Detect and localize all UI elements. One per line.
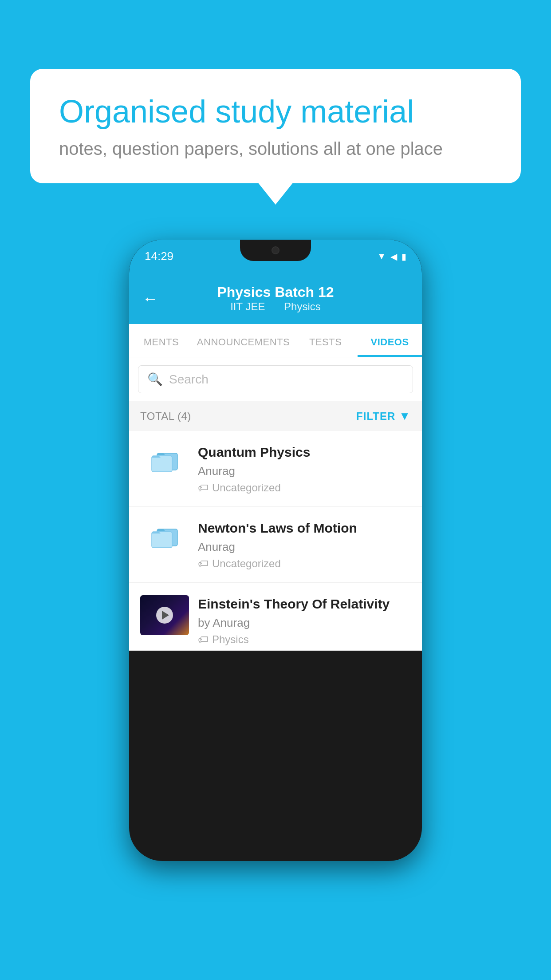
filter-label: FILTER (356, 410, 395, 423)
tag-icon-2: 🏷 (198, 557, 209, 570)
item-author-1: Anurag (198, 464, 411, 478)
item-info-1: Quantum Physics Anurag 🏷 Uncategorized (198, 443, 411, 494)
item-author-2: Anurag (198, 540, 411, 554)
svg-rect-3 (152, 532, 172, 548)
batch-title: Physics Batch 12 (217, 284, 334, 300)
search-placeholder-text: Search (169, 372, 209, 387)
bubble-subtitle: notes, question papers, solutions all at… (59, 139, 492, 159)
tag-label-2: Uncategorized (212, 557, 281, 570)
tab-videos[interactable]: VIDEOS (358, 324, 422, 357)
header-center: Physics Batch 12 IIT JEE Physics (217, 284, 334, 313)
tag-label-3: Physics (212, 633, 249, 646)
folder-icon (149, 522, 180, 549)
search-input-wrap[interactable]: 🔍 Search (138, 365, 413, 393)
item-title-1: Quantum Physics (198, 443, 411, 461)
item-author-3: by Anurag (198, 616, 411, 630)
svg-rect-1 (152, 456, 172, 472)
camera-dot (272, 246, 279, 254)
phone-frame: 14:29 ▼ ◀ ▮ ← Physics Batch 12 IIT JEE P… (129, 240, 422, 861)
filter-button[interactable]: FILTER ▼ (356, 409, 411, 423)
search-area: 🔍 Search (129, 357, 422, 401)
tab-announcements[interactable]: ANNOUNCEMENTS (193, 324, 293, 357)
tab-tests[interactable]: TESTS (293, 324, 358, 357)
wifi-icon: ▼ (377, 251, 386, 261)
batch-subtitle: IIT JEE Physics (217, 300, 334, 313)
subtitle-physics: Physics (284, 300, 321, 312)
item-title-3: Einstein's Theory Of Relativity (198, 595, 411, 612)
total-count: TOTAL (4) (140, 410, 191, 423)
list-item[interactable]: Quantum Physics Anurag 🏷 Uncategorized (129, 431, 422, 507)
back-button[interactable]: ← (142, 289, 158, 308)
filter-funnel-icon: ▼ (399, 409, 411, 423)
tag-label-1: Uncategorized (212, 482, 281, 494)
status-icons: ▼ ◀ ▮ (377, 251, 406, 262)
item-info-3: Einstein's Theory Of Relativity by Anura… (198, 595, 411, 646)
phone-wrapper: 14:29 ▼ ◀ ▮ ← Physics Batch 12 IIT JEE P… (129, 240, 422, 861)
speech-bubble: Organised study material notes, question… (30, 69, 521, 183)
folder-icon-wrap-1 (140, 443, 189, 473)
speech-bubble-section: Organised study material notes, question… (30, 69, 521, 183)
item-tag-3: 🏷 Physics (198, 633, 411, 646)
video-thumbnail-3 (140, 595, 189, 635)
play-button[interactable] (156, 607, 173, 624)
list-item[interactable]: Newton's Laws of Motion Anurag 🏷 Uncateg… (129, 507, 422, 583)
folder-icon-wrap-2 (140, 519, 189, 549)
tab-ments[interactable]: MENTS (129, 324, 193, 357)
tag-icon-3: 🏷 (198, 633, 209, 646)
status-time: 14:29 (145, 249, 173, 263)
tabs-bar: MENTS ANNOUNCEMENTS TESTS VIDEOS (129, 324, 422, 357)
app-header: ← Physics Batch 12 IIT JEE Physics (129, 273, 422, 324)
item-tag-2: 🏷 Uncategorized (198, 557, 411, 570)
tag-icon-1: 🏷 (198, 482, 209, 494)
folder-icon (149, 446, 180, 473)
item-tag-1: 🏷 Uncategorized (198, 482, 411, 494)
bubble-title: Organised study material (59, 93, 492, 130)
search-icon: 🔍 (147, 372, 163, 387)
battery-icon: ▮ (401, 251, 406, 262)
content-list: Quantum Physics Anurag 🏷 Uncategorized (129, 431, 422, 651)
filter-bar: TOTAL (4) FILTER ▼ (129, 401, 422, 431)
list-item[interactable]: Einstein's Theory Of Relativity by Anura… (129, 583, 422, 651)
play-triangle-icon (162, 611, 169, 620)
status-bar: 14:29 ▼ ◀ ▮ (129, 240, 422, 273)
item-info-2: Newton's Laws of Motion Anurag 🏷 Uncateg… (198, 519, 411, 570)
item-title-2: Newton's Laws of Motion (198, 519, 411, 537)
signal-icon: ◀ (390, 251, 397, 262)
notch (240, 240, 311, 261)
thumb-bg (140, 595, 189, 635)
subtitle-iit: IIT JEE (230, 300, 265, 312)
